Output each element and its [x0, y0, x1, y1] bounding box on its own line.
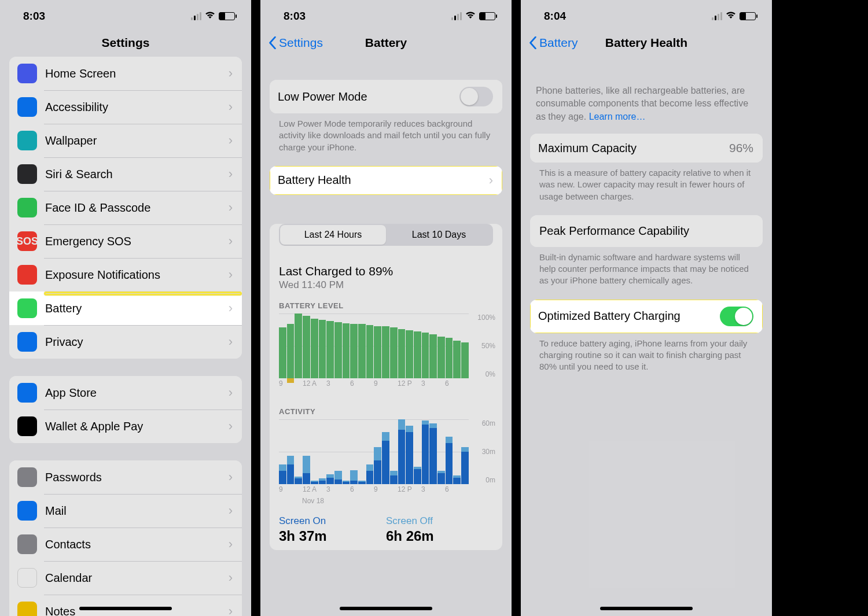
- activity-bar: [279, 471, 286, 484]
- x-tick: 9: [279, 485, 303, 495]
- last-charged-sub: Wed 11:40 PM: [270, 279, 502, 301]
- page-title: Settings: [102, 36, 150, 50]
- settings-row-home-screen[interactable]: Home Screen›: [9, 57, 242, 90]
- settings-row-wallpaper[interactable]: Wallpaper›: [9, 124, 242, 157]
- chevron-right-icon: ›: [229, 267, 233, 282]
- chevron-right-icon: ›: [229, 537, 233, 552]
- battery-bar: [343, 323, 350, 378]
- row-label: Accessibility: [45, 101, 229, 114]
- settings-row-emergency-sos[interactable]: SOSEmergency SOS›: [9, 224, 242, 258]
- activity-bar: [390, 475, 398, 484]
- chevron-right-icon: ›: [229, 133, 233, 148]
- exp-icon: [17, 265, 37, 285]
- nav-bar: Battery Battery Health: [521, 29, 772, 57]
- peak-perf-row[interactable]: Peak Performance Capability: [530, 215, 763, 247]
- settings-row-contacts[interactable]: Contacts›: [9, 528, 242, 561]
- home-indicator[interactable]: [340, 607, 432, 610]
- home-indicator[interactable]: [600, 607, 693, 610]
- low-power-mode-row[interactable]: Low Power Mode: [270, 80, 502, 113]
- back-button[interactable]: Battery: [529, 36, 578, 50]
- battery-bar: [453, 341, 461, 378]
- x-tick: 6: [445, 485, 469, 495]
- settings-row-siri-search[interactable]: Siri & Search›: [9, 157, 242, 191]
- usage-summary: Screen On 3h 37m Screen Off 6h 26m: [270, 513, 502, 544]
- battery-bar: [374, 326, 381, 378]
- acc-icon: [17, 97, 37, 117]
- activity-bar: [334, 479, 342, 484]
- batt-icon: [17, 298, 37, 318]
- x-tick: 3: [421, 379, 445, 389]
- settings-row-battery[interactable]: Battery›: [9, 292, 242, 325]
- chart-date: Nov 18: [270, 497, 502, 513]
- chevron-left-icon: [529, 36, 537, 49]
- max-capacity-row[interactable]: Maximum Capacity 96%: [530, 134, 763, 163]
- row-label: Wallpaper: [45, 134, 229, 147]
- settings-row-passwords[interactable]: Passwords›: [9, 460, 242, 494]
- chevron-left-icon: [269, 36, 277, 49]
- home-indicator[interactable]: [79, 607, 172, 610]
- lpm-footnote: Low Power Mode temporarily reduces backg…: [260, 113, 512, 166]
- x-tick: 12 P: [398, 379, 421, 389]
- obc-group: Optimized Battery Charging: [530, 300, 763, 333]
- battery-health-row[interactable]: Battery Health ›: [270, 166, 502, 195]
- x-tick: 3: [421, 485, 445, 495]
- chevron-right-icon: ›: [229, 200, 233, 215]
- settings-row-accessibility[interactable]: Accessibility›: [9, 90, 242, 124]
- settings-group-store: App Store›Wallet & Apple Pay›: [9, 376, 242, 443]
- x-tick: 9: [279, 379, 303, 389]
- settings-row-privacy[interactable]: Privacy›: [9, 325, 242, 359]
- priv-icon: [17, 332, 37, 352]
- battery-bar: [334, 322, 342, 378]
- status-time: 8:04: [544, 10, 566, 23]
- battery-usage-card: Last 24 Hours Last 10 Days Last Charged …: [270, 224, 502, 550]
- battery-screen: 8:03 Settings Battery Low Power Mode Low…: [260, 0, 512, 616]
- settings-row-notes[interactable]: Notes›: [9, 595, 242, 616]
- battery-bar: [311, 319, 318, 378]
- activity-chart: 60m30m0m 912 A36912 P36: [279, 419, 493, 495]
- x-tick: 12 A: [303, 485, 326, 495]
- home-icon: [17, 64, 37, 83]
- settings-row-wallet-apple-pay[interactable]: Wallet & Apple Pay›: [9, 410, 242, 443]
- wifi-icon: [465, 11, 476, 21]
- activity-bar: [453, 478, 461, 484]
- lpm-toggle[interactable]: [459, 87, 493, 106]
- screen-off-label: Screen Off: [386, 515, 493, 527]
- activity-bar: [461, 452, 469, 484]
- obc-toggle[interactable]: [720, 307, 753, 326]
- activity-bar: [319, 481, 326, 484]
- settings-row-mail[interactable]: Mail›: [9, 494, 242, 528]
- low-power-mode-group: Low Power Mode: [270, 80, 502, 113]
- page-title: Battery Health: [605, 36, 687, 50]
- learn-more-link[interactable]: Learn more…: [589, 112, 646, 121]
- seg-24h[interactable]: Last 24 Hours: [280, 225, 386, 245]
- row-label: Siri & Search: [45, 168, 229, 181]
- max-cap-label: Maximum Capacity: [538, 142, 729, 155]
- battery-bar: [303, 316, 310, 378]
- activity-bar: [406, 432, 413, 484]
- settings-row-exposure-notifications[interactable]: Exposure Notifications›: [9, 258, 242, 292]
- battery-bar: [437, 337, 445, 378]
- chevron-right-icon: ›: [489, 173, 493, 188]
- seg-10d[interactable]: Last 10 Days: [386, 225, 492, 245]
- settings-row-app-store[interactable]: App Store›: [9, 376, 242, 410]
- peak-label: Peak Performance Capability: [539, 224, 753, 238]
- time-range-segment[interactable]: Last 24 Hours Last 10 Days: [279, 224, 493, 246]
- battery-icon: [219, 12, 235, 20]
- x-tick: 9: [374, 379, 398, 389]
- battery-bar: [461, 342, 469, 378]
- settings-row-face-id-passcode[interactable]: Face ID & Passcode›: [9, 191, 242, 224]
- back-label: Battery: [539, 36, 578, 50]
- battery-bar: [319, 320, 326, 378]
- activity-bar: [422, 425, 429, 484]
- activity-bar: [382, 441, 389, 484]
- activity-bar: [350, 481, 358, 484]
- activity-bar: [414, 469, 421, 484]
- activity-bar: [374, 460, 381, 484]
- chevron-right-icon: ›: [229, 234, 233, 249]
- obc-row[interactable]: Optimized Battery Charging: [530, 300, 763, 333]
- activity-bar: [287, 464, 295, 484]
- x-tick: 3: [326, 485, 350, 495]
- settings-row-calendar[interactable]: Calendar›: [9, 561, 242, 595]
- battery-bar: [422, 333, 429, 378]
- back-button[interactable]: Settings: [269, 36, 323, 50]
